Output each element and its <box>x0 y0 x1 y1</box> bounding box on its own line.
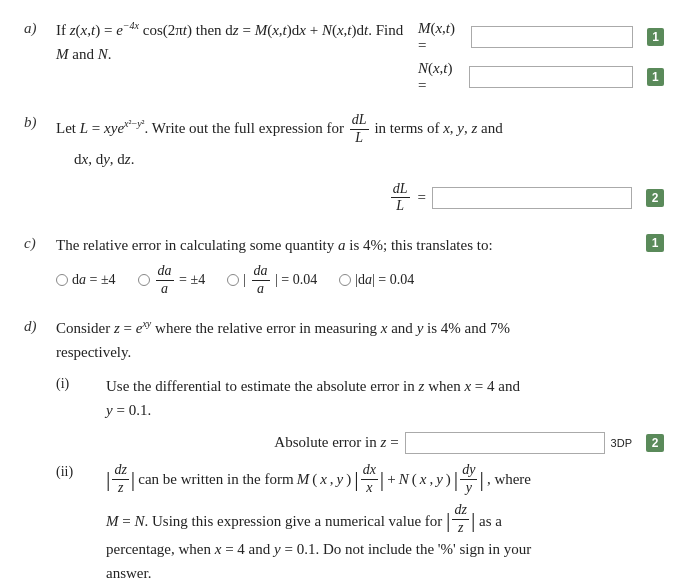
da-over-a-frac: da a <box>156 263 174 298</box>
mark-a1: 1 <box>647 28 664 46</box>
L-den: L <box>353 130 365 147</box>
da-num2: da <box>252 263 270 281</box>
q-d-i-label: (i) <box>56 374 106 392</box>
q-b-eq-row: dL L = 2 <box>56 181 664 216</box>
mark-b: 2 <box>646 189 664 207</box>
q-d-content: Consider z = exy where the relative erro… <box>56 316 664 586</box>
dz-num2: dz <box>452 502 468 520</box>
dL-num2: dL <box>391 181 410 199</box>
q-d-ii: (ii) | dz z | can be written in the form… <box>56 462 664 586</box>
radio-c1[interactable] <box>56 274 68 286</box>
mark-c: 1 <box>646 234 664 252</box>
q-d-ii-text3: percentage, when x = 4 and y = 0.1. Do n… <box>106 537 664 561</box>
y-den: y <box>464 480 474 497</box>
q-d-ii-text1: | dz z | can be written in the form M(x,… <box>106 462 664 497</box>
M-xy: M <box>297 467 310 491</box>
a-den2: a <box>255 281 266 298</box>
q-b-text2: dx, dy, dz. <box>74 147 664 171</box>
dz-z-frac: dz z <box>112 462 128 497</box>
dx-num: dx <box>361 462 378 480</box>
dz-z-frac2: dz z <box>452 502 468 537</box>
da-a-frac2: da a <box>252 263 270 298</box>
abs-dy-y: | dy y | <box>454 462 484 497</box>
option-c3[interactable]: | da a | = 0.04 <box>227 263 317 298</box>
q-d-i-text2: y = 0.1. <box>106 398 664 422</box>
option-c2[interactable]: da a = ±4 <box>138 263 206 298</box>
radio-c4[interactable] <box>339 274 351 286</box>
abs-err-label: Absolute error in z = <box>274 434 398 451</box>
dL-num: dL <box>350 112 369 130</box>
3dp-label: 3DP <box>611 437 632 449</box>
question-d: d) Consider z = exy where the relative e… <box>24 316 664 586</box>
q-b-content: Let L = xyex²−y². Write out the full exp… <box>56 112 664 215</box>
q-a-marks-col: M(x,t) = 1 N(x,t) = 1 <box>418 18 664 94</box>
dL-over-L: dL L <box>350 112 369 147</box>
dy-num: dy <box>460 462 477 480</box>
mark-a2: 1 <box>647 68 664 86</box>
q-d-ii-content: | dz z | can be written in the form M(x,… <box>106 462 664 586</box>
dL-L-eq: dL L <box>391 181 410 216</box>
c-options-row: da = ±4 da a = ±4 | da a <box>56 263 664 298</box>
option-c4[interactable]: |da| = 0.04 <box>339 272 414 288</box>
q-c-text: The relative error in calculating some q… <box>56 233 493 257</box>
answer-M[interactable] <box>471 26 633 48</box>
q-c-label: c) <box>24 233 56 252</box>
option-c1[interactable]: da = ±4 <box>56 272 116 288</box>
question-a: a) If z(x,t) = e−4x cos(2πt) then dz = M… <box>24 18 664 94</box>
q-a-label: a) <box>24 18 56 37</box>
radio-c2[interactable] <box>138 274 150 286</box>
e-term: e−4x <box>116 22 139 38</box>
abs-dz-z-2: | dz z | <box>446 502 475 537</box>
q-d-i-text: Use the differential to estimate the abs… <box>106 374 664 398</box>
q-d-text2: respectively. <box>56 340 664 364</box>
mark-c-col: 1 <box>638 233 664 252</box>
q-a-answer-row-n: N(x,t) = 1 <box>418 60 664 94</box>
z-den: z <box>116 480 125 497</box>
dz-num: dz <box>112 462 128 480</box>
abs-dx-x: | dx x | <box>354 462 384 497</box>
q-d-i-eq: Absolute error in z = 3DP 2 <box>106 432 664 454</box>
question-b: b) Let L = xyex²−y². Write out the full … <box>24 112 664 215</box>
equals-b: = <box>418 189 426 206</box>
L-den2: L <box>394 198 406 215</box>
M-term: M <box>255 22 268 38</box>
N-xy: N <box>399 467 409 491</box>
abs-dz-z: | dz z | <box>106 462 135 497</box>
a-den: a <box>159 281 170 298</box>
option-c2-text: da a = ±4 <box>154 263 206 298</box>
answer-N[interactable] <box>469 66 633 88</box>
q-d-ii-label: (ii) <box>56 462 106 480</box>
q-d-i-content: Use the differential to estimate the abs… <box>106 374 664 454</box>
t-var2: t <box>183 22 187 38</box>
z-var: z <box>233 22 239 38</box>
z-den2: z <box>456 520 465 537</box>
q-c-content: The relative error in calculating some q… <box>56 233 664 298</box>
mark-d-i: 2 <box>646 434 664 452</box>
q-a-answer-row-m: M(x,t) = 1 <box>418 20 664 54</box>
z-xt: z <box>70 22 76 38</box>
question-c: c) The relative error in calculating som… <box>24 233 664 298</box>
q-d-text: Consider z = exy where the relative erro… <box>56 316 664 340</box>
option-c3-text: | da a | = 0.04 <box>243 263 317 298</box>
answer-b[interactable] <box>432 187 632 209</box>
t-var: t <box>91 22 95 38</box>
M-label: M(x,t) = <box>418 20 465 54</box>
q-a-row: If z(x,t) = e−4x cos(2πt) then dz = M(x,… <box>56 18 664 94</box>
q-d-ii-text2: M = N. Using this expression give a nume… <box>106 502 664 537</box>
q-d-i: (i) Use the differential to estimate the… <box>56 374 664 454</box>
x-var: x <box>81 22 88 38</box>
q-b-text: Let L = xyex²−y². Write out the full exp… <box>56 112 664 147</box>
da-num: da <box>156 263 174 281</box>
dx-x-frac: dx x <box>361 462 378 497</box>
can-be-written: can be written in the form <box>138 467 293 491</box>
q-a-content: If z(x,t) = e−4x cos(2πt) then dz = M(x,… <box>56 18 664 94</box>
answer-d-i[interactable] <box>405 432 605 454</box>
option-c1-text: da = ±4 <box>72 272 116 288</box>
q-b-label: b) <box>24 112 56 131</box>
N-label: N(x,t) = <box>418 60 463 94</box>
q-c-row: The relative error in calculating some q… <box>56 233 664 257</box>
N-term: N <box>322 22 332 38</box>
radio-c3[interactable] <box>227 274 239 286</box>
q-a-text: If z(x,t) = e−4x cos(2πt) then dz = M(x,… <box>56 18 418 66</box>
q-d-label: d) <box>24 316 56 335</box>
